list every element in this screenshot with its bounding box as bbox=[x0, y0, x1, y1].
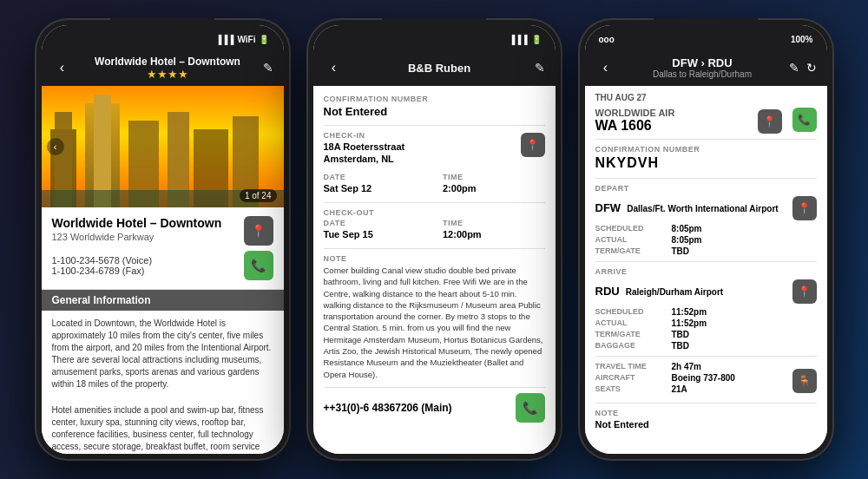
phone-2-time: 2:41 PM bbox=[416, 33, 455, 45]
phone-1-status-bar: 3:35 PM ▐▐▐WiFi🔋 bbox=[42, 25, 284, 49]
arrive-name: Raleigh/Durham Airport bbox=[626, 287, 723, 297]
hotel-call-button[interactable]: 📞 bbox=[244, 251, 273, 280]
seat-button[interactable]: 🪑 bbox=[792, 369, 817, 393]
hotel-image-prev[interactable]: ‹ bbox=[47, 138, 64, 155]
arrive-actual-value: 11:52pm bbox=[672, 318, 817, 328]
arrive-bag-value: TBD bbox=[672, 341, 817, 351]
hotel-image: ‹ 1 of 24 bbox=[42, 86, 284, 207]
bnb-call-button[interactable]: 📞 bbox=[516, 393, 545, 423]
phone-3-edit-icon[interactable]: ✎ bbox=[789, 61, 799, 75]
checkin-address: 18A Roetersstraat bbox=[324, 141, 514, 152]
phone-3-content: THU AUG 27 WORLDWIDE AIR WA 1606 📍 📞 bbox=[585, 86, 827, 454]
depart-map-button[interactable]: 📍 bbox=[792, 196, 817, 220]
depart-name: Dallas/Ft. Worth International Airport bbox=[627, 204, 778, 213]
checkin-map-button[interactable]: 📍 bbox=[521, 133, 545, 157]
phone-2-nav-title: B&B Ruben bbox=[345, 62, 535, 75]
phone-3: ooo 100% ‹ DFW › RDU Dallas to Raleigh/D… bbox=[578, 18, 834, 461]
date-value-1: Sat Sep 12 bbox=[324, 183, 426, 194]
phone-3-back-button[interactable]: ‹ bbox=[595, 57, 616, 78]
depart-sched-value: 8:05pm bbox=[672, 224, 817, 233]
phone-3-dots: ooo bbox=[599, 35, 634, 44]
flight-number: WA 1606 bbox=[595, 118, 675, 134]
hotel-description-1: Located in Downtown, the Worldwide Hotel… bbox=[42, 311, 284, 397]
depart-actual-value: 8:05pm bbox=[672, 235, 817, 245]
checkin-city: Amsterdam, NL bbox=[324, 154, 514, 164]
arrive-sched-label: SCHEDULED bbox=[595, 307, 665, 317]
arrive-label: ARRIVE bbox=[595, 267, 817, 276]
aircraft-value: Boeing 737-800 bbox=[672, 373, 735, 383]
date-label-1: DATE bbox=[324, 173, 426, 181]
time-label-1: TIME bbox=[443, 173, 545, 181]
phone-3-nav-bar: ‹ DFW › RDU Dallas to Raleigh/Durham ✎ ↻ bbox=[585, 49, 827, 86]
seats-label: SEATS bbox=[595, 384, 665, 394]
phone-1-nav-title: Worldwide Hotel – Downtown bbox=[73, 56, 263, 68]
arrive-map-button[interactable]: 📍 bbox=[792, 279, 817, 304]
travel-time-value: 2h 47m bbox=[672, 362, 735, 371]
phone-2: 2:41 PM ▐▐▐🔋 ‹ B&B Ruben ✎ CONFIRMA bbox=[306, 18, 562, 461]
phones-container: 3:35 PM ▐▐▐WiFi🔋 ‹ Worldwide Hotel – Dow… bbox=[0, 0, 868, 479]
note-text: Corner building Canal view studio double… bbox=[324, 265, 545, 380]
phone-2-content: CONFIRMATION NUMBER Not Entered CHECK-IN… bbox=[313, 86, 556, 454]
phone-3-nav-title: DFW › RDU bbox=[616, 56, 789, 69]
phone-1-status-icons: ▐▐▐WiFi🔋 bbox=[215, 35, 269, 44]
phone-1: 3:35 PM ▐▐▐WiFi🔋 ‹ Worldwide Hotel – Dow… bbox=[35, 18, 291, 461]
checkin-label: CHECK-IN bbox=[324, 131, 514, 140]
phone-3-battery: 100% bbox=[791, 35, 813, 44]
phone-1-back-button[interactable]: ‹ bbox=[52, 57, 73, 78]
airline-call-button[interactable]: 📞 bbox=[792, 108, 817, 132]
date-value-2: Tue Sep 15 bbox=[324, 229, 426, 240]
hotel-address: 123 Worldwide Parkway bbox=[52, 232, 222, 242]
phone-3-status-bar: ooo 100% bbox=[585, 25, 827, 49]
depart-label: DEPART bbox=[595, 184, 817, 193]
arrive-gate-label: TERM/GATE bbox=[595, 330, 665, 339]
hotel-description-2: Hotel amenities include a pool and swim-… bbox=[42, 397, 284, 454]
phone-1-edit-icon[interactable]: ✎ bbox=[263, 61, 273, 75]
phone-2-screen: 2:41 PM ▐▐▐🔋 ‹ B&B Ruben ✎ CONFIRMA bbox=[313, 25, 556, 454]
phone-3-status-icons: 100% bbox=[791, 35, 813, 44]
phone-2-status-bar: 2:41 PM ▐▐▐🔋 bbox=[313, 25, 556, 49]
phone-3-nav-subtitle: Dallas to Raleigh/Durham bbox=[616, 69, 789, 79]
depart-actual-label: ACTUAL bbox=[595, 235, 665, 245]
phone-1-time: 3:35 PM bbox=[133, 33, 172, 45]
checkout-label: CHECK-OUT bbox=[324, 208, 545, 217]
phone-1-stars: ★★★★ bbox=[73, 68, 263, 81]
phone-1-content: ‹ 1 of 24 Worldwide Hotel – Downtown 123… bbox=[42, 86, 284, 454]
phone-2-nav-bar: ‹ B&B Ruben ✎ bbox=[313, 49, 556, 86]
time-label-2: TIME bbox=[443, 219, 545, 227]
flight-note-value: Not Entered bbox=[595, 419, 817, 430]
depart-sched-label: SCHEDULED bbox=[595, 224, 665, 233]
phone-3-refresh-icon[interactable]: ↻ bbox=[806, 61, 817, 75]
airline-map-button[interactable]: 📍 bbox=[758, 109, 782, 134]
flight-date: THU AUG 27 bbox=[595, 93, 817, 102]
note-label: NOTE bbox=[324, 254, 545, 263]
date-label-2: DATE bbox=[324, 219, 426, 227]
phone-2-edit-icon[interactable]: ✎ bbox=[535, 61, 545, 75]
flight-note-label: NOTE bbox=[595, 409, 817, 417]
arrive-gate-value: TBD bbox=[672, 330, 817, 339]
hotel-map-button[interactable]: 📍 bbox=[244, 216, 273, 246]
hotel-phone2: 1-100-234-6789 (Fax) bbox=[52, 266, 153, 276]
phone-1-screen: 3:35 PM ▐▐▐WiFi🔋 ‹ Worldwide Hotel – Dow… bbox=[42, 25, 284, 454]
flight-conf-value: NKYDVH bbox=[595, 155, 817, 171]
seats-value: 21A bbox=[672, 384, 735, 394]
time-value-1: 2:00pm bbox=[443, 183, 545, 194]
arrive-bag-label: BAGGAGE bbox=[595, 341, 665, 351]
hotel-info-section: Worldwide Hotel – Downtown 123 Worldwide… bbox=[42, 207, 284, 290]
hotel-name: Worldwide Hotel – Downtown bbox=[52, 216, 222, 230]
depart-code: DFW bbox=[595, 201, 621, 214]
depart-gate-value: TBD bbox=[672, 246, 817, 256]
bnb-phone: ++31(0)-6 48367206 (Main) bbox=[324, 402, 452, 414]
travel-time-label: TRAVEL TIME bbox=[595, 362, 665, 371]
depart-gate-label: TERM/GATE bbox=[595, 246, 665, 256]
confirmation-label: CONFIRMATION NUMBER bbox=[324, 95, 545, 103]
phone-2-back-button[interactable]: ‹ bbox=[324, 57, 345, 78]
arrive-code: RDU bbox=[595, 285, 620, 298]
hotel-image-counter: 1 of 24 bbox=[240, 189, 277, 202]
general-info-header: General Information bbox=[42, 290, 284, 311]
aircraft-label: AIRCRAFT bbox=[595, 373, 665, 383]
airline-label: WORLDWIDE AIR bbox=[595, 108, 675, 118]
flight-conf-label: CONFIRMATION NUMBER bbox=[595, 145, 817, 154]
phone-3-screen: ooo 100% ‹ DFW › RDU Dallas to Raleigh/D… bbox=[585, 25, 827, 454]
phone-2-status-icons: ▐▐▐🔋 bbox=[509, 35, 541, 44]
hotel-phone1: 1-100-234-5678 (Voice) bbox=[52, 255, 153, 266]
